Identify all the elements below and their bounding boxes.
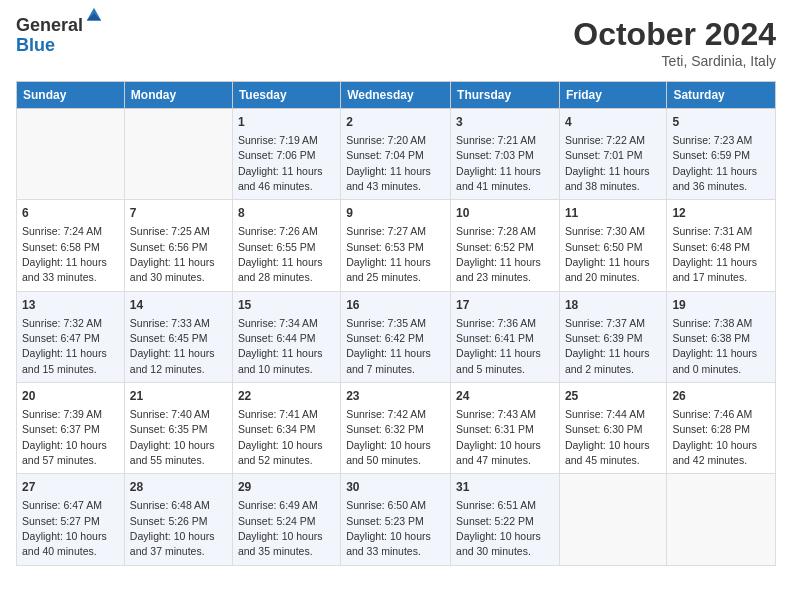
- page-header: General Blue October 2024 Teti, Sardinia…: [16, 16, 776, 69]
- day-number: 27: [22, 479, 119, 496]
- day-number: 16: [346, 297, 445, 314]
- day-cell: 6Sunrise: 7:24 AMSunset: 6:58 PMDaylight…: [17, 200, 125, 291]
- day-info: Sunrise: 7:32 AMSunset: 6:47 PMDaylight:…: [22, 317, 107, 375]
- day-number: 4: [565, 114, 661, 131]
- day-cell: 25Sunrise: 7:44 AMSunset: 6:30 PMDayligh…: [559, 383, 666, 474]
- week-row-3: 13Sunrise: 7:32 AMSunset: 6:47 PMDayligh…: [17, 291, 776, 382]
- day-info: Sunrise: 7:22 AMSunset: 7:01 PMDaylight:…: [565, 134, 650, 192]
- logo-blue-text: Blue: [16, 36, 83, 56]
- day-info: Sunrise: 7:46 AMSunset: 6:28 PMDaylight:…: [672, 408, 757, 466]
- day-info: Sunrise: 6:49 AMSunset: 5:24 PMDaylight:…: [238, 499, 323, 557]
- day-cell: 20Sunrise: 7:39 AMSunset: 6:37 PMDayligh…: [17, 383, 125, 474]
- day-number: 29: [238, 479, 335, 496]
- day-number: 10: [456, 205, 554, 222]
- day-number: 9: [346, 205, 445, 222]
- day-cell: 13Sunrise: 7:32 AMSunset: 6:47 PMDayligh…: [17, 291, 125, 382]
- day-cell: 11Sunrise: 7:30 AMSunset: 6:50 PMDayligh…: [559, 200, 666, 291]
- day-cell: 4Sunrise: 7:22 AMSunset: 7:01 PMDaylight…: [559, 109, 666, 200]
- day-number: 20: [22, 388, 119, 405]
- day-number: 6: [22, 205, 119, 222]
- day-number: 1: [238, 114, 335, 131]
- logo-general-text: General: [16, 16, 83, 36]
- day-info: Sunrise: 7:33 AMSunset: 6:45 PMDaylight:…: [130, 317, 215, 375]
- month-title: October 2024: [573, 16, 776, 53]
- day-number: 19: [672, 297, 770, 314]
- day-info: Sunrise: 6:48 AMSunset: 5:26 PMDaylight:…: [130, 499, 215, 557]
- day-cell: 17Sunrise: 7:36 AMSunset: 6:41 PMDayligh…: [451, 291, 560, 382]
- day-number: 28: [130, 479, 227, 496]
- day-info: Sunrise: 6:50 AMSunset: 5:23 PMDaylight:…: [346, 499, 431, 557]
- day-info: Sunrise: 7:27 AMSunset: 6:53 PMDaylight:…: [346, 225, 431, 283]
- day-cell: 7Sunrise: 7:25 AMSunset: 6:56 PMDaylight…: [124, 200, 232, 291]
- day-number: 31: [456, 479, 554, 496]
- day-number: 15: [238, 297, 335, 314]
- week-row-5: 27Sunrise: 6:47 AMSunset: 5:27 PMDayligh…: [17, 474, 776, 565]
- day-cell: 9Sunrise: 7:27 AMSunset: 6:53 PMDaylight…: [341, 200, 451, 291]
- day-number: 17: [456, 297, 554, 314]
- header-day-monday: Monday: [124, 82, 232, 109]
- day-cell: 31Sunrise: 6:51 AMSunset: 5:22 PMDayligh…: [451, 474, 560, 565]
- day-cell: 21Sunrise: 7:40 AMSunset: 6:35 PMDayligh…: [124, 383, 232, 474]
- day-cell: 19Sunrise: 7:38 AMSunset: 6:38 PMDayligh…: [667, 291, 776, 382]
- location-subtitle: Teti, Sardinia, Italy: [573, 53, 776, 69]
- day-number: 3: [456, 114, 554, 131]
- day-number: 21: [130, 388, 227, 405]
- day-number: 23: [346, 388, 445, 405]
- week-row-2: 6Sunrise: 7:24 AMSunset: 6:58 PMDaylight…: [17, 200, 776, 291]
- day-cell: [559, 474, 666, 565]
- day-number: 18: [565, 297, 661, 314]
- day-cell: 22Sunrise: 7:41 AMSunset: 6:34 PMDayligh…: [232, 383, 340, 474]
- day-cell: [124, 109, 232, 200]
- day-info: Sunrise: 7:19 AMSunset: 7:06 PMDaylight:…: [238, 134, 323, 192]
- day-cell: 29Sunrise: 6:49 AMSunset: 5:24 PMDayligh…: [232, 474, 340, 565]
- day-cell: [667, 474, 776, 565]
- day-info: Sunrise: 7:39 AMSunset: 6:37 PMDaylight:…: [22, 408, 107, 466]
- day-info: Sunrise: 7:42 AMSunset: 6:32 PMDaylight:…: [346, 408, 431, 466]
- day-info: Sunrise: 7:26 AMSunset: 6:55 PMDaylight:…: [238, 225, 323, 283]
- day-info: Sunrise: 7:35 AMSunset: 6:42 PMDaylight:…: [346, 317, 431, 375]
- day-cell: 10Sunrise: 7:28 AMSunset: 6:52 PMDayligh…: [451, 200, 560, 291]
- day-cell: 5Sunrise: 7:23 AMSunset: 6:59 PMDaylight…: [667, 109, 776, 200]
- day-info: Sunrise: 7:24 AMSunset: 6:58 PMDaylight:…: [22, 225, 107, 283]
- day-number: 14: [130, 297, 227, 314]
- day-number: 30: [346, 479, 445, 496]
- day-number: 5: [672, 114, 770, 131]
- header-day-friday: Friday: [559, 82, 666, 109]
- day-info: Sunrise: 7:30 AMSunset: 6:50 PMDaylight:…: [565, 225, 650, 283]
- day-info: Sunrise: 7:43 AMSunset: 6:31 PMDaylight:…: [456, 408, 541, 466]
- title-block: October 2024 Teti, Sardinia, Italy: [573, 16, 776, 69]
- day-cell: 18Sunrise: 7:37 AMSunset: 6:39 PMDayligh…: [559, 291, 666, 382]
- header-day-wednesday: Wednesday: [341, 82, 451, 109]
- day-number: 24: [456, 388, 554, 405]
- day-info: Sunrise: 7:38 AMSunset: 6:38 PMDaylight:…: [672, 317, 757, 375]
- day-number: 26: [672, 388, 770, 405]
- day-info: Sunrise: 7:44 AMSunset: 6:30 PMDaylight:…: [565, 408, 650, 466]
- day-number: 2: [346, 114, 445, 131]
- day-number: 25: [565, 388, 661, 405]
- day-cell: 14Sunrise: 7:33 AMSunset: 6:45 PMDayligh…: [124, 291, 232, 382]
- day-cell: 15Sunrise: 7:34 AMSunset: 6:44 PMDayligh…: [232, 291, 340, 382]
- header-day-sunday: Sunday: [17, 82, 125, 109]
- header-day-tuesday: Tuesday: [232, 82, 340, 109]
- week-row-1: 1Sunrise: 7:19 AMSunset: 7:06 PMDaylight…: [17, 109, 776, 200]
- day-info: Sunrise: 7:20 AMSunset: 7:04 PMDaylight:…: [346, 134, 431, 192]
- day-number: 8: [238, 205, 335, 222]
- day-info: Sunrise: 7:25 AMSunset: 6:56 PMDaylight:…: [130, 225, 215, 283]
- day-number: 7: [130, 205, 227, 222]
- day-number: 12: [672, 205, 770, 222]
- day-cell: 23Sunrise: 7:42 AMSunset: 6:32 PMDayligh…: [341, 383, 451, 474]
- day-info: Sunrise: 7:40 AMSunset: 6:35 PMDaylight:…: [130, 408, 215, 466]
- day-cell: 2Sunrise: 7:20 AMSunset: 7:04 PMDaylight…: [341, 109, 451, 200]
- day-info: Sunrise: 6:47 AMSunset: 5:27 PMDaylight:…: [22, 499, 107, 557]
- calendar-table: SundayMondayTuesdayWednesdayThursdayFrid…: [16, 81, 776, 566]
- day-info: Sunrise: 7:23 AMSunset: 6:59 PMDaylight:…: [672, 134, 757, 192]
- day-cell: 30Sunrise: 6:50 AMSunset: 5:23 PMDayligh…: [341, 474, 451, 565]
- day-cell: 27Sunrise: 6:47 AMSunset: 5:27 PMDayligh…: [17, 474, 125, 565]
- day-number: 13: [22, 297, 119, 314]
- logo: General Blue: [16, 16, 103, 56]
- day-info: Sunrise: 7:37 AMSunset: 6:39 PMDaylight:…: [565, 317, 650, 375]
- day-cell: 12Sunrise: 7:31 AMSunset: 6:48 PMDayligh…: [667, 200, 776, 291]
- day-cell: [17, 109, 125, 200]
- day-cell: 1Sunrise: 7:19 AMSunset: 7:06 PMDaylight…: [232, 109, 340, 200]
- day-cell: 16Sunrise: 7:35 AMSunset: 6:42 PMDayligh…: [341, 291, 451, 382]
